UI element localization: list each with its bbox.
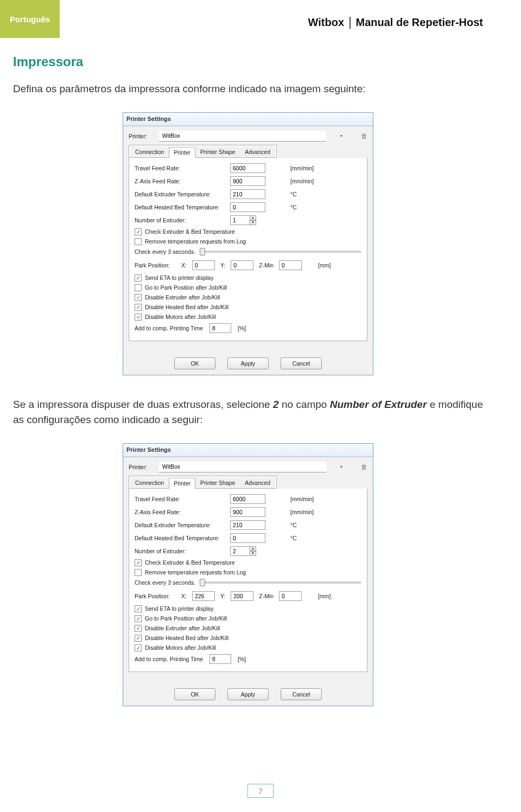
park-unit: [mm] (318, 593, 331, 599)
ok-button[interactable]: OK (174, 357, 215, 369)
bed-temp-input[interactable] (230, 533, 265, 543)
printer-dropdown-icon[interactable]: ▾ (338, 464, 345, 470)
header-right: Witbox Manual de Repetier-Host (308, 16, 483, 29)
spin-down-icon[interactable]: ▼ (250, 220, 256, 225)
bed-temp-input[interactable] (230, 202, 265, 212)
disable-extruder-checkbox[interactable]: ✓ (135, 294, 142, 301)
window-title: Printer Settings (126, 116, 171, 122)
unit-mmmin: [mm/min] (290, 496, 314, 502)
check-temp-checkbox[interactable]: ✓ (135, 228, 142, 235)
percent-label: [%] (238, 325, 246, 331)
num-extruder-label: Number of Extruder: (135, 548, 227, 554)
spin-down-icon[interactable]: ▼ (250, 551, 256, 556)
slider-thumb[interactable] (200, 579, 205, 586)
cancel-button[interactable]: Cancel (281, 357, 322, 369)
park-z-input[interactable] (279, 591, 302, 601)
tab-printer-shape[interactable]: Printer Shape (195, 477, 240, 488)
spin-up-icon[interactable]: ▲ (250, 215, 256, 220)
add-time-input[interactable] (209, 654, 231, 664)
park-y-input[interactable] (231, 591, 253, 601)
printer-label: Printer: (129, 133, 147, 139)
mid-mid: no campo (279, 399, 330, 410)
park-x-label: X: (181, 262, 187, 268)
num-extruder-input[interactable] (230, 215, 250, 225)
add-time-label: Add to comp. Printing Time (135, 325, 203, 331)
disable-extruder-label: Disable Extruder after Job/Kill (145, 294, 220, 300)
send-eta-checkbox[interactable]: ✓ (135, 605, 142, 612)
apply-button[interactable]: Apply (227, 688, 269, 700)
zaxis-feed-input[interactable] (230, 176, 265, 186)
slider-thumb[interactable] (200, 248, 205, 255)
tab-printer[interactable]: Printer (169, 147, 195, 158)
unit-c: °C (290, 191, 297, 197)
disable-bed-checkbox[interactable]: ✓ (135, 304, 142, 311)
check-interval-slider[interactable] (200, 251, 361, 253)
num-extruder-stepper[interactable]: ▲▼ (230, 215, 256, 225)
num-extruder-input[interactable] (230, 546, 250, 556)
apply-button[interactable]: Apply (227, 357, 269, 369)
travel-feed-input[interactable] (230, 163, 265, 173)
remove-log-checkbox[interactable] (135, 569, 142, 576)
go-park-label: Go to Park Position after Job/Kill (145, 615, 227, 622)
printer-settings-window-2: Printer Settings Printer: ▾ 🗑 Connection… (123, 443, 373, 706)
mid-paragraph: Se a impressora dispuser de duas extruso… (13, 397, 483, 428)
send-eta-checkbox[interactable]: ✓ (135, 274, 142, 282)
tab-advanced[interactable]: Advanced (240, 477, 275, 488)
disable-motors-checkbox[interactable]: ✓ (135, 644, 142, 651)
park-position-label: Park Position: (135, 593, 176, 599)
park-x-input[interactable] (192, 260, 215, 270)
remove-log-label: Remove temperature requests from Log (145, 569, 246, 576)
unit-mmmin: [mm/min] (290, 509, 314, 515)
printer-name-input[interactable] (159, 131, 326, 142)
remove-log-checkbox[interactable] (135, 238, 142, 245)
delete-printer-icon[interactable]: 🗑 (361, 132, 367, 140)
disable-motors-label: Disable Motors after Job/Kill (145, 314, 216, 320)
disable-bed-checkbox[interactable]: ✓ (135, 635, 142, 642)
check-every-label: Check every 3 seconds. (135, 248, 195, 255)
remove-log-label: Remove temperature requests from Log (145, 238, 246, 245)
printer-dropdown-icon[interactable]: ▾ (338, 133, 345, 139)
go-park-checkbox[interactable] (135, 284, 142, 291)
disable-motors-checkbox[interactable]: ✓ (135, 314, 142, 321)
tab-connection[interactable]: Connection (130, 477, 169, 488)
num-extruder-stepper[interactable]: ▲▼ (230, 546, 256, 556)
park-z-input[interactable] (279, 260, 302, 270)
park-x-input[interactable] (192, 591, 215, 601)
ext-temp-input[interactable] (230, 189, 265, 199)
spin-up-icon[interactable]: ▲ (250, 546, 256, 551)
window-titlebar: Printer Settings (123, 444, 373, 457)
travel-feed-input[interactable] (230, 494, 265, 504)
tab-printer[interactable]: Printer (169, 478, 195, 489)
tab-printer-shape[interactable]: Printer Shape (195, 146, 240, 157)
intro-text: Defina os parâmetros da impressora confo… (13, 81, 483, 97)
tabs-strip: Connection Printer Printer Shape Advance… (129, 476, 277, 489)
disable-extruder-checkbox[interactable]: ✓ (135, 625, 142, 632)
check-temp-checkbox[interactable]: ✓ (135, 559, 142, 566)
tab-advanced[interactable]: Advanced (240, 146, 275, 157)
go-park-checkbox[interactable]: ✓ (135, 615, 142, 622)
mid-pre: Se a impressora dispuser de duas extruso… (13, 399, 273, 410)
tab-connection[interactable]: Connection (130, 146, 169, 157)
check-interval-slider[interactable] (200, 581, 361, 584)
check-temp-label: Check Extruder & Bed Temperature (145, 228, 235, 235)
delete-printer-icon[interactable]: 🗑 (361, 463, 367, 471)
add-time-input[interactable] (209, 323, 231, 333)
page-number: 7 (247, 784, 274, 798)
disable-bed-label: Disable Heated Bed after Job/Kill (145, 635, 228, 641)
ext-temp-input[interactable] (230, 520, 265, 530)
park-y-input[interactable] (231, 260, 253, 270)
park-y-label: Y: (220, 262, 225, 268)
printer-name-input[interactable] (159, 462, 326, 472)
page-content: Impressora Defina os parâmetros da impre… (0, 0, 521, 706)
disable-bed-label: Disable Heated Bed after Job/Kill (145, 304, 228, 310)
ok-button[interactable]: OK (174, 688, 215, 700)
send-eta-label: Send ETA to printer display (145, 605, 213, 612)
unit-mmmin: [mm/min] (290, 178, 314, 184)
language-tab: Português (0, 0, 60, 38)
bed-temp-label: Default Heated Bed Temperature: (135, 204, 227, 210)
zaxis-feed-input[interactable] (230, 507, 265, 517)
num-extruder-label: Number of Extruder: (135, 217, 227, 223)
send-eta-label: Send ETA to printer display (145, 274, 213, 281)
zaxis-feed-label: Z-Axis Feed Rate: (135, 509, 227, 515)
cancel-button[interactable]: Cancel (281, 688, 322, 700)
